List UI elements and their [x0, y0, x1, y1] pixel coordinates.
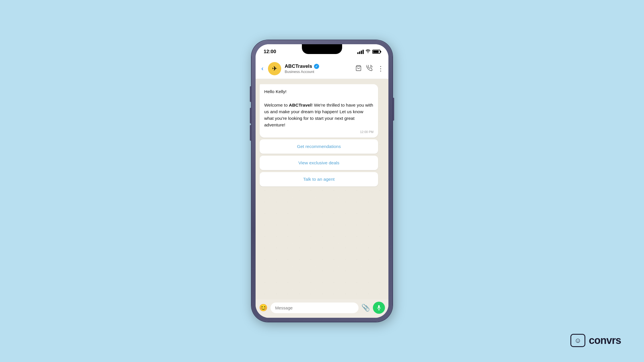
- verified-check: ✓: [315, 65, 318, 68]
- greeting-text: Hello Kelly!: [264, 89, 287, 94]
- business-name-row: ABCTravels ✓: [285, 63, 352, 69]
- attachment-button[interactable]: 📎: [361, 304, 370, 312]
- verified-badge: ✓: [314, 64, 319, 69]
- body-start: Welcome to: [264, 103, 289, 107]
- brand-name: ABCTravel: [289, 103, 311, 107]
- business-subtitle: Business Account: [285, 70, 352, 74]
- avatar: ✈: [268, 62, 281, 75]
- quick-reply-deals[interactable]: View exclusive deals: [260, 156, 378, 170]
- chat-body: Hello Kelly! Welcome to ABCTravel! We're…: [256, 79, 388, 299]
- chat-input-area: 😊 📎: [256, 299, 388, 318]
- message-text: Hello Kelly! Welcome to ABCTravel! We're…: [264, 88, 373, 128]
- convrs-logo: convrs: [570, 334, 621, 347]
- status-time: 12:00: [264, 49, 276, 55]
- chat-header: ‹ ✈ ABCTravels ✓ Business Account: [256, 59, 388, 79]
- signal-icon: [357, 50, 364, 54]
- status-bar: 12:00: [256, 44, 388, 59]
- shop-icon[interactable]: [355, 65, 362, 73]
- notch: [302, 44, 342, 54]
- battery-icon: [372, 50, 380, 54]
- phone-screen: 12:00 ‹: [256, 44, 388, 318]
- mic-button[interactable]: [373, 302, 385, 314]
- message-bubble: Hello Kelly! Welcome to ABCTravel! We're…: [260, 84, 378, 138]
- back-button[interactable]: ‹: [260, 65, 264, 72]
- avatar-icon: ✈: [272, 65, 277, 72]
- quick-reply-agent[interactable]: Talk to an agent: [260, 172, 378, 186]
- convrs-brand-name: convrs: [589, 334, 621, 346]
- emoji-button[interactable]: 😊: [259, 304, 268, 312]
- header-info: ABCTravels ✓ Business Account: [285, 63, 352, 74]
- convrs-icon: [570, 334, 585, 347]
- message-timestamp: 12:00 PM: [264, 130, 373, 134]
- header-actions: ⋮: [355, 65, 384, 73]
- message-input[interactable]: [271, 303, 359, 313]
- quick-reply-recommendations[interactable]: Get recommendations: [260, 139, 378, 154]
- phone-shell: 12:00 ‹: [252, 40, 392, 322]
- business-name: ABCTravels: [285, 63, 312, 69]
- quick-replies: Get recommendations View exclusive deals…: [260, 139, 378, 186]
- message-group: Hello Kelly! Welcome to ABCTravel! We're…: [260, 84, 384, 186]
- status-icons: [357, 49, 380, 54]
- svg-rect-1: [378, 305, 379, 308]
- call-icon[interactable]: [366, 65, 373, 73]
- more-icon[interactable]: ⋮: [377, 65, 384, 73]
- wifi-icon: [366, 49, 370, 54]
